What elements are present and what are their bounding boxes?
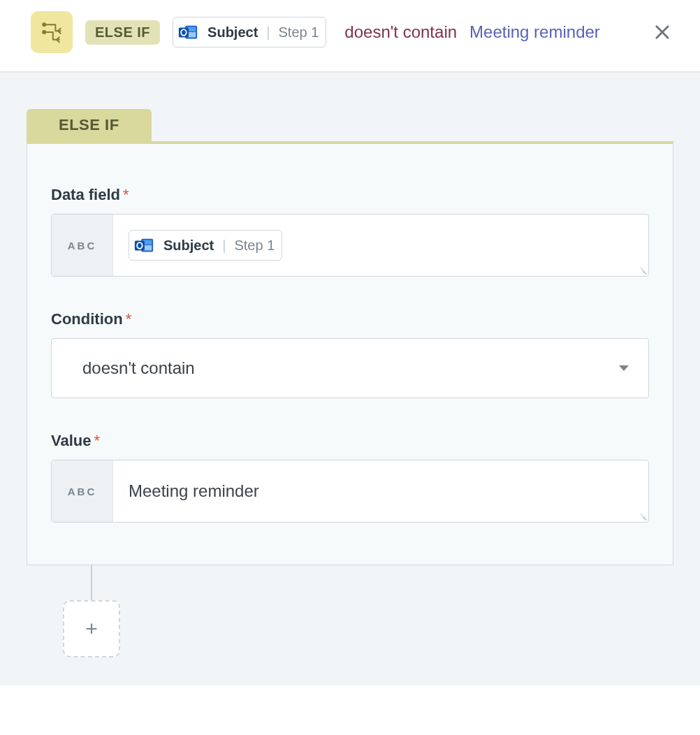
abc-type-indicator: ABC bbox=[52, 460, 113, 522]
condition-summary-bar: ELSE IF Subject | Step 1 doesn't contain… bbox=[0, 0, 700, 73]
editor-canvas: ELSE IF Data field* ABC bbox=[0, 73, 700, 685]
tab-elseif[interactable]: ELSE IF bbox=[27, 109, 152, 141]
chip-separator: | bbox=[266, 24, 270, 41]
resize-handle-icon[interactable] bbox=[638, 511, 646, 520]
connector: + bbox=[63, 565, 673, 657]
condition-summary-text: doesn't contain bbox=[344, 22, 457, 42]
chip-field-label: Subject bbox=[207, 24, 258, 41]
subject-chip[interactable]: Subject | Step 1 bbox=[173, 17, 326, 48]
condition-select[interactable]: doesn't contain bbox=[51, 338, 649, 398]
chevron-down-icon bbox=[619, 365, 629, 371]
add-step-button[interactable]: + bbox=[63, 600, 120, 657]
value-text: Meeting reminder bbox=[113, 460, 648, 522]
connector-line bbox=[91, 565, 92, 600]
condition-panel: Data field* ABC bbox=[27, 141, 673, 565]
condition-selected-value: doesn't contain bbox=[82, 358, 195, 378]
data-field-chip[interactable]: Subject | Step 1 bbox=[129, 230, 282, 261]
data-field-input[interactable]: ABC Subject | bbox=[51, 214, 649, 277]
resize-handle-icon[interactable] bbox=[638, 265, 646, 274]
outlook-icon bbox=[131, 233, 156, 258]
chip-separator: | bbox=[222, 238, 226, 254]
data-field-label: Data field* bbox=[51, 186, 649, 204]
outlook-icon bbox=[175, 20, 200, 45]
close-icon[interactable] bbox=[652, 22, 672, 42]
chip-step-label: Step 1 bbox=[234, 238, 275, 254]
condition-label: Condition* bbox=[51, 310, 649, 328]
value-input[interactable]: ABC Meeting reminder bbox=[51, 460, 649, 523]
value-block: Value* ABC Meeting reminder bbox=[51, 432, 649, 523]
elseif-badge: ELSE IF bbox=[85, 20, 160, 45]
data-field-block: Data field* ABC bbox=[51, 186, 649, 277]
plus-icon: + bbox=[85, 617, 98, 641]
condition-block: Condition* doesn't contain bbox=[51, 310, 649, 398]
chip-field-label: Subject bbox=[163, 238, 214, 254]
svg-point-0 bbox=[43, 23, 45, 26]
branch-icon bbox=[31, 11, 73, 53]
svg-point-1 bbox=[43, 31, 45, 34]
chip-step-label: Step 1 bbox=[279, 24, 319, 41]
value-summary-text: Meeting reminder bbox=[469, 22, 600, 42]
value-label: Value* bbox=[51, 432, 649, 450]
abc-type-indicator: ABC bbox=[52, 214, 113, 276]
